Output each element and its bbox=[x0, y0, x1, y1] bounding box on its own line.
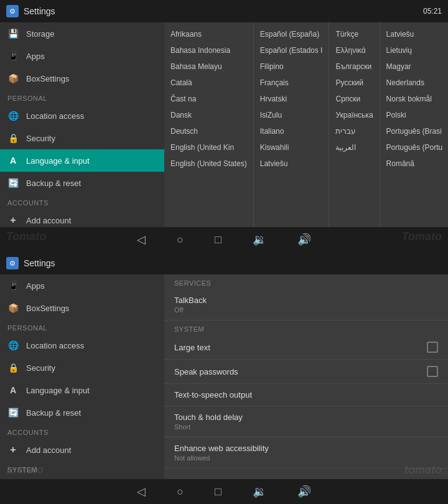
talkback-item[interactable]: TalkBack Off bbox=[164, 289, 448, 320]
lang-isizulu[interactable]: IsiZulu bbox=[254, 107, 329, 123]
settings-icon-bottom: ⚙ bbox=[6, 257, 19, 269]
sidebar-item-backup[interactable]: 🔄 Backup & reset bbox=[0, 172, 164, 194]
boxsettings-label: BoxSettings bbox=[26, 74, 69, 83]
enhance-web-left: Enhance web accessibility Not allowed bbox=[174, 444, 269, 462]
speak-passwords-title: Speak passwords bbox=[174, 367, 238, 376]
settings-icon-top: ⚙ bbox=[6, 5, 19, 17]
backup-icon: 🔄 bbox=[7, 177, 19, 189]
nav-home-top[interactable]: ○ bbox=[174, 230, 187, 250]
lang-english-uk[interactable]: English (United Kin bbox=[164, 139, 253, 156]
speak-passwords-checkbox[interactable] bbox=[427, 366, 438, 377]
lang-deutsch[interactable]: Deutsch bbox=[164, 123, 253, 139]
security-label2: Security bbox=[26, 363, 55, 373]
nav-back-bottom[interactable]: ◁ bbox=[134, 482, 149, 502]
lang-filipino[interactable]: Filipino bbox=[254, 58, 329, 75]
accessibility-panel: SERVICES TalkBack Off SYSTEM Large text … bbox=[164, 274, 448, 479]
lang-col-1: Afrikaans Bahasa Indonesia Bahasa Melayu… bbox=[164, 22, 254, 227]
enhance-web-title: Enhance web accessibility bbox=[174, 444, 269, 453]
nav-voldown-top[interactable]: 🔉 bbox=[250, 230, 269, 250]
lang-afrikaans[interactable]: Afrikaans bbox=[164, 26, 253, 42]
lang-latviesu[interactable]: Latviešu bbox=[254, 156, 329, 172]
touch-hold-item[interactable]: Touch & hold delay Short bbox=[164, 406, 448, 437]
lang-dansk[interactable]: Dansk bbox=[164, 107, 253, 123]
sidebar-item-boxsettings2[interactable]: 📦 BoxSettings bbox=[0, 297, 164, 319]
language-grid: Afrikaans Bahasa Indonesia Bahasa Melayu… bbox=[164, 22, 448, 227]
apps-label2: Apps bbox=[26, 281, 45, 291]
sidebar-item-boxsettings[interactable]: 📦 BoxSettings bbox=[0, 67, 164, 90]
lang-dutch[interactable]: Nederlands bbox=[380, 75, 448, 91]
lang-arabic[interactable]: العربية bbox=[329, 139, 379, 156]
lang-castna[interactable]: Čast na bbox=[164, 91, 253, 107]
large-text-checkbox[interactable] bbox=[427, 342, 438, 353]
talkback-left: TalkBack Off bbox=[174, 296, 207, 314]
apps-label: Apps bbox=[26, 52, 45, 61]
lang-list: Afrikaans Bahasa Indonesia Bahasa Melayu… bbox=[164, 22, 448, 227]
lang-magyar[interactable]: Magyar bbox=[380, 58, 448, 75]
lang-english-us[interactable]: English (United States) bbox=[164, 156, 253, 172]
large-text-item[interactable]: Large text bbox=[164, 335, 448, 360]
lang-espanol-us[interactable]: Español (Estados I bbox=[254, 42, 329, 58]
lang-hebrew[interactable]: עברית bbox=[329, 123, 379, 139]
sidebar-item-add-account[interactable]: + Add account bbox=[0, 209, 164, 227]
nav-recents-bottom[interactable]: □ bbox=[212, 482, 225, 502]
speak-passwords-item[interactable]: Speak passwords bbox=[164, 360, 448, 384]
lang-italiano[interactable]: Italiano bbox=[254, 123, 329, 139]
lang-turkce[interactable]: Türkçe bbox=[329, 26, 379, 42]
sidebar-item-language2[interactable]: A Language & input bbox=[0, 379, 164, 401]
nav-volup-top[interactable]: 🔊 bbox=[294, 230, 314, 250]
nav-home-bottom[interactable]: ○ bbox=[174, 482, 187, 502]
nav-back-top[interactable]: ◁ bbox=[134, 230, 149, 250]
lang-port-br[interactable]: Português (Brasi bbox=[380, 123, 448, 139]
lang-hrvatski[interactable]: Hrvatski bbox=[254, 91, 329, 107]
time-top: 05:21 bbox=[423, 7, 442, 16]
lang-bulgarian[interactable]: Български bbox=[329, 58, 379, 75]
tts-item[interactable]: Text-to-speech output bbox=[164, 384, 448, 406]
sidebar-item-apps[interactable]: 📱 Apps bbox=[0, 45, 164, 67]
sidebar-item-backup2[interactable]: 🔄 Backup & reset bbox=[0, 401, 164, 424]
lang-espanol-es[interactable]: Español (España) bbox=[254, 26, 329, 42]
location-label2: Location access bbox=[26, 341, 84, 350]
language-label2: Language & input bbox=[26, 386, 90, 395]
sidebar-bottom: 📱 Apps 📦 BoxSettings PERSONAL 🌐 Location… bbox=[0, 274, 164, 479]
apps-icon2: 📱 bbox=[7, 280, 19, 291]
sidebar-item-location[interactable]: 🌐 Location access bbox=[0, 105, 164, 127]
services-section-label: SERVICES bbox=[164, 274, 448, 289]
lang-greek[interactable]: Ελληνικά bbox=[329, 42, 379, 58]
title-bar-top: ⚙ Settings 05:21 bbox=[0, 0, 448, 22]
nav-voldown-bottom[interactable]: 🔉 bbox=[250, 482, 269, 502]
sidebar-item-security[interactable]: 🔒 Security bbox=[0, 127, 164, 149]
tts-left: Text-to-speech output bbox=[174, 390, 252, 399]
sidebar-item-storage[interactable]: 💾 Storage bbox=[0, 22, 164, 45]
lang-bahasa-indo[interactable]: Bahasa Indonesia bbox=[164, 42, 253, 58]
lang-port-pt[interactable]: Português (Portu bbox=[380, 139, 448, 156]
lang-romanian[interactable]: Română bbox=[380, 156, 448, 172]
storage-icon: 💾 bbox=[7, 28, 19, 39]
lang-russian[interactable]: Русский bbox=[329, 75, 379, 91]
nav-volup-bottom[interactable]: 🔊 bbox=[294, 482, 314, 502]
accounts-label-top: ACCOUNTS bbox=[0, 194, 164, 209]
sidebar-item-language[interactable]: A Language & input bbox=[0, 149, 164, 172]
lang-francais[interactable]: Français bbox=[254, 75, 329, 91]
bottom-panel: Tomato Tomato ⚙ Settings 📱 Apps 📦 BoxSet… bbox=[0, 252, 448, 504]
sidebar-item-security2[interactable]: 🔒 Security bbox=[0, 357, 164, 379]
personal-label-top: PERSONAL bbox=[0, 90, 164, 105]
lang-norwegian[interactable]: Norsk bokmål bbox=[380, 91, 448, 107]
lang-polish[interactable]: Polski bbox=[380, 107, 448, 123]
sidebar-item-add-account2[interactable]: + Add account bbox=[0, 439, 164, 461]
lang-col-4: Latviešu Lietuvių Magyar Nederlands Nors… bbox=[380, 22, 448, 227]
lang-bahasa-malay[interactable]: Bahasa Melayu bbox=[164, 58, 253, 75]
enhance-web-item[interactable]: Enhance web accessibility Not allowed bbox=[164, 437, 448, 469]
lang-lithuanian[interactable]: Lietuvių bbox=[380, 42, 448, 58]
storage-label: Storage bbox=[26, 29, 55, 39]
lang-serbian[interactable]: Српски bbox=[329, 91, 379, 107]
language-icon2: A bbox=[7, 385, 19, 396]
lang-latvian2[interactable]: Latviešu bbox=[380, 26, 448, 42]
add-account-label: Add account bbox=[26, 216, 71, 225]
nav-recents-top[interactable]: □ bbox=[212, 230, 225, 250]
lang-catala[interactable]: Català bbox=[164, 75, 253, 91]
sidebar-item-location2[interactable]: 🌐 Location access bbox=[0, 334, 164, 357]
lang-ukrainian[interactable]: Українська bbox=[329, 107, 379, 123]
sidebar-item-apps2[interactable]: 📱 Apps bbox=[0, 274, 164, 297]
lang-kiswahili[interactable]: Kiswahili bbox=[254, 139, 329, 156]
touch-hold-left: Touch & hold delay Short bbox=[174, 413, 243, 431]
